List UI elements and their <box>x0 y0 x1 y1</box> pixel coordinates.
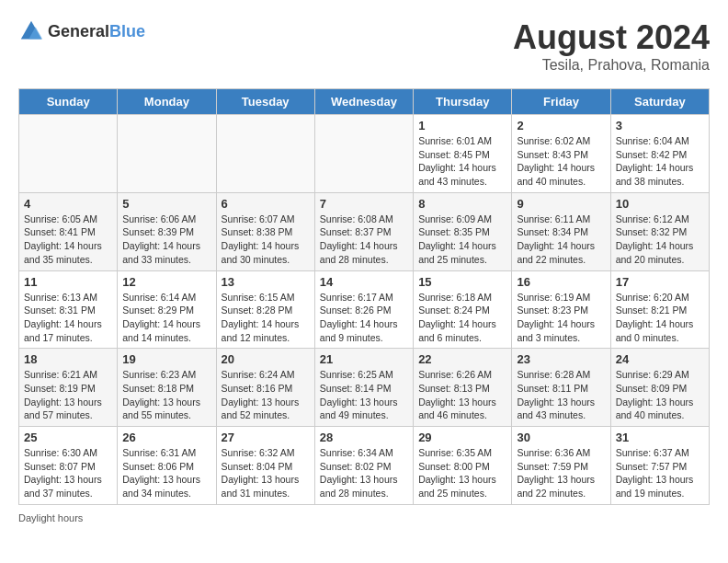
title-area: August 2024 Tesila, Prahova, Romania <box>513 18 710 74</box>
day-info: Sunrise: 6:08 AMSunset: 8:37 PMDaylight:… <box>320 213 408 267</box>
day-cell-31: 31Sunrise: 6:37 AMSunset: 7:57 PMDayligh… <box>610 427 709 505</box>
day-cell-29: 29Sunrise: 6:35 AMSunset: 8:00 PMDayligh… <box>414 427 512 505</box>
day-cell-7: 7Sunrise: 6:08 AMSunset: 8:37 PMDaylight… <box>314 192 413 270</box>
day-info: Sunrise: 6:09 AMSunset: 8:35 PMDaylight:… <box>418 213 506 267</box>
day-cell-11: 11Sunrise: 6:13 AMSunset: 8:31 PMDayligh… <box>19 270 118 349</box>
day-number: 29 <box>418 431 506 444</box>
day-number: 4 <box>24 197 112 211</box>
week-row-3: 11Sunrise: 6:13 AMSunset: 8:31 PMDayligh… <box>19 270 710 349</box>
day-info: Sunrise: 6:31 AMSunset: 8:06 PMDaylight:… <box>122 446 210 500</box>
day-number: 23 <box>517 352 605 366</box>
day-cell-28: 28Sunrise: 6:34 AMSunset: 8:02 PMDayligh… <box>314 427 413 505</box>
day-info: Sunrise: 6:21 AMSunset: 8:19 PMDaylight:… <box>24 368 112 422</box>
week-row-2: 4Sunrise: 6:05 AMSunset: 8:41 PMDaylight… <box>19 192 710 270</box>
day-cell-30: 30Sunrise: 6:36 AMSunset: 7:59 PMDayligh… <box>512 427 610 505</box>
day-number: 12 <box>122 275 210 289</box>
day-info: Sunrise: 6:14 AMSunset: 8:29 PMDaylight:… <box>122 291 210 345</box>
day-cell-8: 8Sunrise: 6:09 AMSunset: 8:35 PMDaylight… <box>414 192 512 270</box>
day-info: Sunrise: 6:20 AMSunset: 8:21 PMDaylight:… <box>616 291 704 345</box>
day-info: Sunrise: 6:29 AMSunset: 8:09 PMDaylight:… <box>616 368 704 422</box>
month-year: August 2024 <box>513 18 710 57</box>
day-info: Sunrise: 6:19 AMSunset: 8:23 PMDaylight:… <box>517 291 605 345</box>
day-info: Sunrise: 6:13 AMSunset: 8:31 PMDaylight:… <box>24 291 112 345</box>
day-info: Sunrise: 6:28 AMSunset: 8:11 PMDaylight:… <box>517 368 605 422</box>
day-info: Sunrise: 6:23 AMSunset: 8:18 PMDaylight:… <box>122 368 210 422</box>
day-cell-12: 12Sunrise: 6:14 AMSunset: 8:29 PMDayligh… <box>118 270 216 349</box>
calendar: SundayMondayTuesdayWednesdayThursdayFrid… <box>18 88 710 505</box>
day-number: 28 <box>320 431 408 444</box>
day-cell-25: 25Sunrise: 6:30 AMSunset: 8:07 PMDayligh… <box>19 427 118 505</box>
col-header-saturday: Saturday <box>610 89 709 115</box>
day-info: Sunrise: 6:12 AMSunset: 8:32 PMDaylight:… <box>616 213 704 267</box>
day-number: 16 <box>517 275 605 289</box>
day-info: Sunrise: 6:18 AMSunset: 8:24 PMDaylight:… <box>418 291 506 345</box>
day-number: 11 <box>24 275 112 289</box>
day-cell-5: 5Sunrise: 6:06 AMSunset: 8:39 PMDaylight… <box>118 192 216 270</box>
day-number: 5 <box>122 197 210 211</box>
day-cell-23: 23Sunrise: 6:28 AMSunset: 8:11 PMDayligh… <box>512 349 610 427</box>
day-number: 31 <box>616 431 704 444</box>
day-number: 24 <box>616 352 704 366</box>
footer-note: Daylight hours <box>18 512 710 523</box>
col-header-sunday: Sunday <box>19 89 118 115</box>
day-number: 26 <box>122 431 210 444</box>
day-number: 14 <box>320 275 408 289</box>
location: Tesila, Prahova, Romania <box>513 57 710 74</box>
day-number: 15 <box>418 275 506 289</box>
day-cell-9: 9Sunrise: 6:11 AMSunset: 8:34 PMDaylight… <box>512 192 610 270</box>
day-cell-6: 6Sunrise: 6:07 AMSunset: 8:38 PMDaylight… <box>216 192 314 270</box>
logo-general: General <box>48 22 109 40</box>
day-info: Sunrise: 6:01 AMSunset: 8:45 PMDaylight:… <box>418 134 506 189</box>
day-cell-19: 19Sunrise: 6:23 AMSunset: 8:18 PMDayligh… <box>118 349 216 427</box>
day-info: Sunrise: 6:34 AMSunset: 8:02 PMDaylight:… <box>320 446 408 500</box>
logo: GeneralBlue <box>18 18 145 44</box>
day-number: 18 <box>24 352 112 366</box>
day-info: Sunrise: 6:36 AMSunset: 7:59 PMDaylight:… <box>517 446 605 500</box>
day-cell-2: 2Sunrise: 6:02 AMSunset: 8:43 PMDaylight… <box>512 115 610 193</box>
day-number: 30 <box>517 431 605 444</box>
day-cell-14: 14Sunrise: 6:17 AMSunset: 8:26 PMDayligh… <box>314 270 413 349</box>
day-cell-24: 24Sunrise: 6:29 AMSunset: 8:09 PMDayligh… <box>610 349 709 427</box>
day-cell-17: 17Sunrise: 6:20 AMSunset: 8:21 PMDayligh… <box>610 270 709 349</box>
week-row-4: 18Sunrise: 6:21 AMSunset: 8:19 PMDayligh… <box>19 349 710 427</box>
day-cell-13: 13Sunrise: 6:15 AMSunset: 8:28 PMDayligh… <box>216 270 314 349</box>
col-header-friday: Friday <box>512 89 610 115</box>
day-cell-26: 26Sunrise: 6:31 AMSunset: 8:06 PMDayligh… <box>118 427 216 505</box>
day-number: 13 <box>222 275 310 289</box>
day-info: Sunrise: 6:26 AMSunset: 8:13 PMDaylight:… <box>418 368 506 422</box>
day-info: Sunrise: 6:32 AMSunset: 8:04 PMDaylight:… <box>222 446 310 500</box>
day-info: Sunrise: 6:02 AMSunset: 8:43 PMDaylight:… <box>517 134 605 189</box>
day-number: 9 <box>517 197 605 211</box>
empty-cell <box>118 115 216 193</box>
calendar-header-row: SundayMondayTuesdayWednesdayThursdayFrid… <box>19 89 710 115</box>
day-info: Sunrise: 6:25 AMSunset: 8:14 PMDaylight:… <box>320 368 408 422</box>
day-cell-18: 18Sunrise: 6:21 AMSunset: 8:19 PMDayligh… <box>19 349 118 427</box>
day-info: Sunrise: 6:15 AMSunset: 8:28 PMDaylight:… <box>222 291 310 345</box>
day-cell-10: 10Sunrise: 6:12 AMSunset: 8:32 PMDayligh… <box>610 192 709 270</box>
day-info: Sunrise: 6:17 AMSunset: 8:26 PMDaylight:… <box>320 291 408 345</box>
day-info: Sunrise: 6:11 AMSunset: 8:34 PMDaylight:… <box>517 213 605 267</box>
day-cell-27: 27Sunrise: 6:32 AMSunset: 8:04 PMDayligh… <box>216 427 314 505</box>
day-info: Sunrise: 6:04 AMSunset: 8:42 PMDaylight:… <box>616 134 704 189</box>
logo-blue: Blue <box>109 22 145 40</box>
week-row-5: 25Sunrise: 6:30 AMSunset: 8:07 PMDayligh… <box>19 427 710 505</box>
day-number: 20 <box>222 352 310 366</box>
day-cell-21: 21Sunrise: 6:25 AMSunset: 8:14 PMDayligh… <box>314 349 413 427</box>
day-cell-15: 15Sunrise: 6:18 AMSunset: 8:24 PMDayligh… <box>414 270 512 349</box>
day-number: 7 <box>320 197 408 211</box>
day-number: 10 <box>616 197 704 211</box>
week-row-1: 1Sunrise: 6:01 AMSunset: 8:45 PMDaylight… <box>19 115 710 193</box>
day-cell-20: 20Sunrise: 6:24 AMSunset: 8:16 PMDayligh… <box>216 349 314 427</box>
day-number: 3 <box>616 119 704 132</box>
empty-cell <box>19 115 118 193</box>
day-info: Sunrise: 6:35 AMSunset: 8:00 PMDaylight:… <box>418 446 506 500</box>
day-info: Sunrise: 6:24 AMSunset: 8:16 PMDaylight:… <box>222 368 310 422</box>
day-info: Sunrise: 6:30 AMSunset: 8:07 PMDaylight:… <box>24 446 112 500</box>
day-cell-1: 1Sunrise: 6:01 AMSunset: 8:45 PMDaylight… <box>414 115 512 193</box>
day-number: 8 <box>418 197 506 211</box>
day-info: Sunrise: 6:06 AMSunset: 8:39 PMDaylight:… <box>122 213 210 267</box>
day-number: 1 <box>418 119 506 132</box>
logo-icon <box>18 18 44 44</box>
day-cell-16: 16Sunrise: 6:19 AMSunset: 8:23 PMDayligh… <box>512 270 610 349</box>
day-info: Sunrise: 6:07 AMSunset: 8:38 PMDaylight:… <box>222 213 310 267</box>
